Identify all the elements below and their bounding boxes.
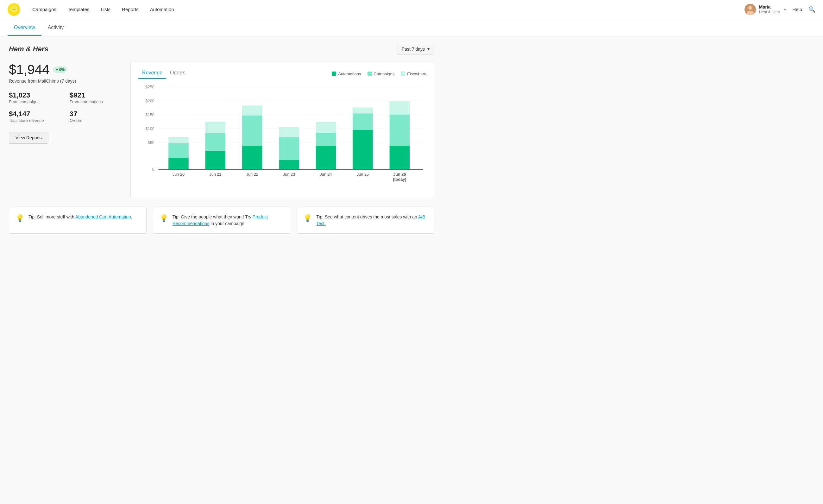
search-button[interactable]: 🔍 (808, 6, 815, 13)
svg-text:Jun 20: Jun 20 (172, 172, 185, 177)
bar-jun23-else (279, 127, 299, 137)
chart-panel: Revenue Orders Automations Campaigns Els… (130, 62, 434, 198)
campaigns-label: From campaigns (9, 100, 62, 104)
bar-jun20-auto (168, 158, 188, 169)
bar-jun21-camp (205, 133, 225, 151)
chart-header: Revenue Orders Automations Campaigns Els… (138, 69, 427, 79)
bar-jun23-camp (279, 137, 299, 160)
chevron-down-icon: ▾ (784, 7, 786, 12)
bar-jun25-auto (353, 130, 372, 169)
campaigns-dot (367, 71, 372, 76)
tip-card-2: 💡 Tip: Give the people what they want! T… (153, 207, 291, 234)
revenue-amount: $1,944 (9, 62, 49, 77)
total-store-label: Total store revenue (9, 118, 62, 123)
tip1-after: . (131, 214, 132, 219)
stat-grid: $1,023 From campaigns $921 From automati… (9, 91, 123, 123)
tab-activity[interactable]: Activity (41, 19, 70, 36)
user-text: Maria Hem & Hers (759, 4, 780, 15)
bar-jun21-auto (205, 151, 225, 169)
nav-campaigns[interactable]: Campaigns (28, 4, 61, 15)
campaigns-value: $1,023 (9, 91, 62, 100)
date-range-label: Past 7 days (402, 46, 425, 52)
automations-value: $921 (69, 91, 123, 100)
tip-text-3: Tip: See what content drives the most sa… (316, 214, 428, 227)
bar-jun22-auto (242, 146, 262, 169)
stats-chart-row: $1,944 + 6% Revenue from MailChimp (7 da… (9, 62, 434, 198)
bar-jun24-camp (316, 133, 336, 146)
svg-text:Jun 26: Jun 26 (393, 172, 406, 177)
campaigns-stat: $1,023 From campaigns (9, 91, 62, 104)
svg-text:(today): (today) (393, 177, 406, 182)
navbar-right: Maria Hem & Hers ▾ Help 🔍 (745, 4, 815, 15)
svg-text:$250: $250 (146, 85, 154, 89)
bar-jun24-auto (316, 146, 336, 169)
bar-jun26-else (390, 101, 409, 115)
date-range-button[interactable]: Past 7 days ▾ (397, 44, 434, 54)
svg-text:Jun 23: Jun 23 (283, 172, 295, 177)
svg-text:Jun 25: Jun 25 (357, 172, 369, 177)
tip-icon-1: 💡 (15, 214, 24, 222)
tip-card-3: 💡 Tip: See what content drives the most … (297, 207, 434, 234)
svg-text:0: 0 (152, 167, 154, 172)
legend-campaigns: Campaigns (367, 71, 395, 76)
legend-automations-label: Automations (338, 71, 361, 76)
tip-text-2: Tip: Give the people what they want! Try… (172, 214, 284, 227)
chart-legend: Automations Campaigns Elsewhere (332, 71, 427, 76)
user-org: Hem & Hers (759, 10, 780, 15)
revenue-main: $1,944 + 6% (9, 62, 123, 77)
svg-text:$100: $100 (146, 127, 154, 131)
automations-stat: $921 From automations (69, 91, 123, 104)
stats-panel: $1,944 + 6% Revenue from MailChimp (7 da… (9, 62, 123, 198)
tab-overview[interactable]: Overview (8, 19, 41, 36)
svg-point-8 (15, 8, 16, 8)
orders-value: 37 (69, 110, 123, 118)
nav-automation[interactable]: Automation (146, 4, 178, 15)
navbar-links: Campaigns Templates Lists Reports Automa… (28, 4, 745, 15)
legend-elsewhere: Elsewhere (401, 71, 427, 76)
chart-tab-orders[interactable]: Orders (166, 69, 189, 79)
avatar (745, 4, 756, 15)
nav-lists[interactable]: Lists (96, 4, 115, 15)
bar-jun23-auto (279, 160, 299, 169)
chart-tabs: Revenue Orders (138, 69, 189, 79)
chevron-down-icon: ▾ (427, 46, 430, 52)
bar-jun25-else (353, 108, 372, 114)
tip1-before: Tip: Sell more stuff with (28, 214, 75, 219)
legend-campaigns-label: Campaigns (374, 71, 395, 76)
nav-reports[interactable]: Reports (118, 4, 143, 15)
tips-row: 💡 Tip: Sell more stuff with Abandoned Ca… (9, 207, 434, 234)
tip-icon-3: 💡 (303, 214, 312, 222)
total-store-stat: $4,147 Total store revenue (9, 110, 62, 123)
navbar: Campaigns Templates Lists Reports Automa… (0, 0, 823, 19)
bar-jun26-auto (390, 146, 409, 169)
tip3-before: Tip: See what content drives the most sa… (316, 214, 418, 219)
view-reports-button[interactable]: View Reports (9, 132, 48, 144)
chart-area: $250 $200 $150 $100 $50 0 Jun 20 (138, 84, 427, 191)
bar-jun20-camp (168, 143, 188, 158)
tip-icon-2: 💡 (160, 214, 168, 222)
bar-jun20-else (168, 137, 188, 143)
tip1-link[interactable]: Abandoned Cart Automation (75, 214, 131, 219)
svg-point-10 (748, 6, 752, 10)
user-name: Maria (759, 4, 780, 10)
tip2-before: Tip: Give the people what they want! Try (172, 214, 253, 219)
tip2-after: in your campaign. (209, 221, 245, 226)
svg-text:$150: $150 (146, 113, 154, 117)
chart-tab-revenue[interactable]: Revenue (138, 69, 166, 79)
page-title: Hem & Hers (9, 45, 48, 53)
tip-text-1: Tip: Sell more stuff with Abandoned Cart… (28, 214, 132, 220)
automations-dot (332, 71, 336, 76)
bar-jun22-else (242, 106, 262, 115)
total-store-value: $4,147 (9, 110, 62, 118)
mailchimp-logo[interactable] (8, 3, 20, 16)
page-header: Hem & Hers Past 7 days ▾ (9, 44, 434, 54)
nav-templates[interactable]: Templates (63, 4, 94, 15)
legend-elsewhere-label: Elsewhere (407, 71, 427, 76)
svg-point-7 (12, 8, 13, 8)
user-info[interactable]: Maria Hem & Hers ▾ (745, 4, 786, 15)
svg-text:$200: $200 (146, 99, 154, 103)
help-link[interactable]: Help (792, 7, 802, 12)
svg-text:$50: $50 (148, 141, 154, 145)
tabs-bar: Overview Activity (0, 19, 823, 36)
main-content: Hem & Hers Past 7 days ▾ $1,944 + 6% Rev… (0, 36, 443, 241)
